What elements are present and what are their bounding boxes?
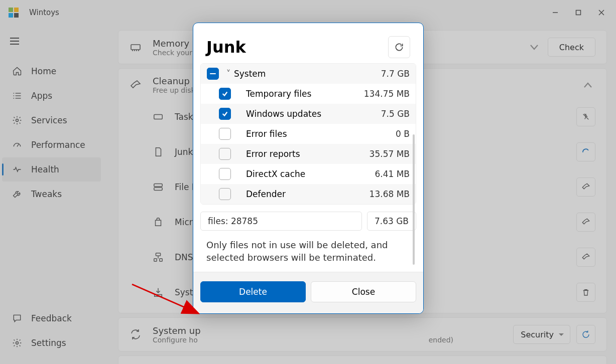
checkbox[interactable] [219,148,231,160]
tree-group-system[interactable]: ˅ System 7.7 GB [201,64,416,84]
checkbox[interactable] [219,108,231,120]
file-count: files: 28785 [200,212,362,231]
junk-dialog: Junk ˅ System 7.7 GB Temporary files 134… [193,23,424,314]
tree-item[interactable]: Defender 13.68 MB [201,184,416,204]
checkbox[interactable] [219,128,231,140]
tree-item[interactable]: DirectX cache 6.41 MB [201,164,416,184]
refresh-button[interactable] [388,36,410,58]
junk-tree[interactable]: ˅ System 7.7 GB Temporary files 134.75 M… [200,63,416,205]
checkbox[interactable] [219,188,231,200]
delete-button[interactable]: Delete [200,281,306,302]
tree-item[interactable]: Windows updates 7.5 GB [201,104,416,124]
checkbox[interactable] [219,88,231,100]
dialog-title: Junk [206,38,246,57]
tree-item[interactable]: Error reports 35.57 MB [201,144,416,164]
checkbox[interactable] [219,168,231,180]
dialog-note: Only files not in use will be deleted, a… [193,235,423,272]
checkbox-indeterminate[interactable] [207,68,219,80]
chevron-down-icon[interactable]: ˅ [223,69,234,79]
tree-item[interactable]: Error files 0 B [201,124,416,144]
total-size: 7.63 GB [367,212,416,231]
scrollbar[interactable] [413,134,415,265]
close-button[interactable]: Close [311,281,416,302]
tree-item[interactable]: Temporary files 134.75 MB [201,84,416,104]
